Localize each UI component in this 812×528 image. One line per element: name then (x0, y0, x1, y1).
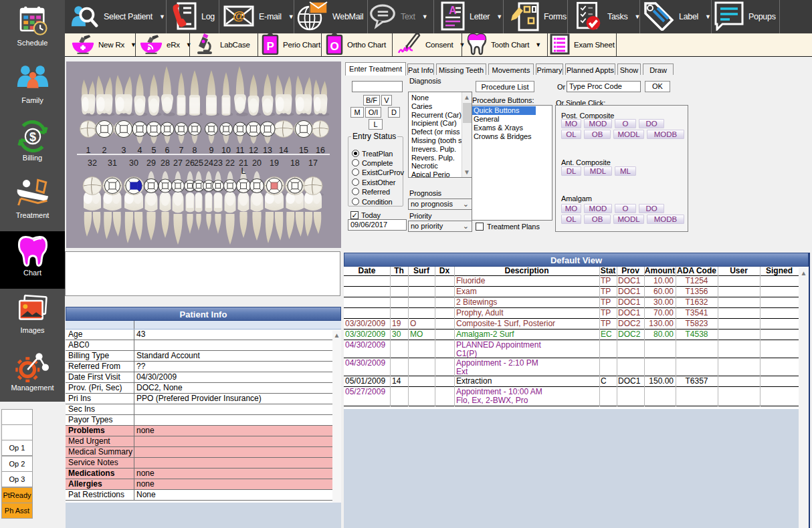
svg-text:4: 4 (138, 146, 142, 155)
svg-text:6: 6 (165, 146, 170, 155)
svg-text:13: 13 (263, 146, 272, 155)
svg-text:1: 1 (86, 146, 91, 155)
svg-text:23: 23 (213, 158, 223, 168)
svg-text:27: 27 (173, 158, 183, 168)
svg-text:20: 20 (252, 158, 262, 168)
svg-text:L: L (241, 166, 246, 176)
svg-text:24: 24 (204, 158, 213, 168)
svg-text:8: 8 (193, 146, 197, 155)
svg-text:3: 3 (122, 146, 126, 155)
svg-text:9: 9 (209, 146, 214, 155)
svg-text:17: 17 (308, 158, 318, 168)
svg-text:P: P (266, 40, 274, 53)
svg-text:25: 25 (194, 158, 203, 168)
svg-text:22: 22 (225, 158, 235, 168)
svg-text:18: 18 (290, 158, 300, 168)
svg-text:14: 14 (279, 146, 288, 155)
svg-text:11: 11 (236, 146, 245, 155)
svg-text:O: O (330, 40, 338, 53)
svg-text:10: 10 (221, 146, 231, 155)
svg-text:$: $ (29, 130, 35, 144)
svg-text:16: 16 (316, 146, 325, 155)
svg-text:2: 2 (102, 146, 107, 155)
svg-text:12: 12 (249, 146, 258, 155)
svg-text:19: 19 (270, 158, 279, 168)
svg-text:31: 31 (108, 158, 117, 168)
svg-text:@: @ (233, 9, 245, 23)
svg-text:15: 15 (299, 146, 308, 155)
svg-text:5: 5 (152, 146, 157, 155)
svg-text:29: 29 (146, 158, 156, 168)
svg-text:7: 7 (179, 146, 184, 155)
svg-text:A: A (449, 5, 457, 16)
svg-text:26: 26 (185, 158, 195, 168)
svg-text:28: 28 (161, 158, 170, 168)
svg-text:32: 32 (88, 158, 97, 168)
svg-text:30: 30 (129, 158, 138, 168)
